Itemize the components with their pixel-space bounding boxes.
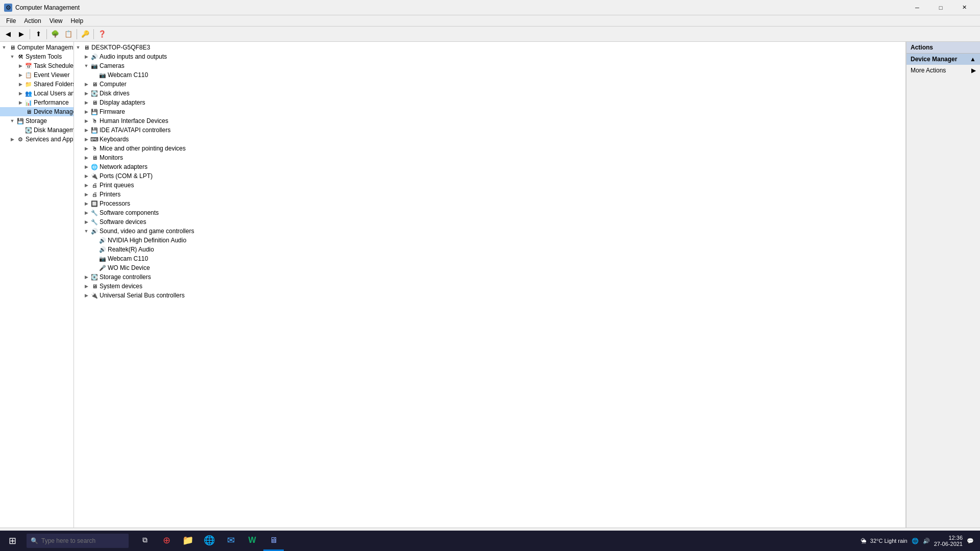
content-item-keyboards[interactable]: ▶ ⌨ Keyboards — [74, 135, 905, 144]
search-input[interactable] — [41, 537, 123, 544]
expand-icon: ▶ — [82, 89, 90, 97]
taskbar-time[interactable]: 12:36 27-06-2021 — [934, 535, 963, 547]
properties-button[interactable]: 🔑 — [79, 29, 91, 40]
sidebar-item-task-scheduler[interactable]: ▶ 📅 Task Scheduler — [0, 61, 74, 70]
actions-device-manager[interactable]: Device Manager ▲ — [906, 54, 980, 65]
maximize-button[interactable]: □ — [929, 0, 952, 15]
expand-icon — [90, 255, 99, 263]
content-item-display-adapters[interactable]: ▶ 🖥 Display adapters — [74, 98, 905, 107]
content-item-cameras: ▼ 📷 Cameras 📷 Webcam C110 — [74, 61, 905, 80]
close-button[interactable]: ✕ — [952, 0, 976, 15]
webcam-icon: 📷 — [99, 71, 107, 79]
shared-folders-icon: 📁 — [24, 80, 33, 88]
expand-icon: ▶ — [82, 53, 90, 61]
expand-icon: ▼ — [0, 43, 8, 52]
expand-icon: ▼ — [82, 227, 90, 235]
disk-management-icon: 💽 — [24, 126, 33, 134]
sidebar-item-computer-management[interactable]: ▼ 🖥 Computer Management (Local — [0, 43, 74, 52]
firmware-icon: 💾 — [90, 108, 99, 116]
device-manager-icon: 🖥 — [24, 108, 33, 116]
expand-icon: ▶ — [82, 218, 90, 226]
show-hide-console-tree[interactable]: 🌳 — [49, 29, 61, 40]
window-controls: ─ □ ✕ — [905, 0, 976, 15]
storage-controllers-icon: 💽 — [90, 273, 99, 281]
content-item-disk-drives[interactable]: ▶ 💽 Disk drives — [74, 89, 905, 98]
content-sound-row[interactable]: ▼ 🔊 Sound, video and game controllers — [74, 227, 905, 236]
minimize-button[interactable]: ─ — [905, 0, 929, 15]
sidebar-item-services[interactable]: ▶ ⚙ Services and Applications — [0, 135, 74, 144]
sidebar-item-performance[interactable]: ▶ 📊 Performance — [0, 98, 74, 107]
sidebar-item-local-users[interactable]: ▶ 👥 Local Users and Groups — [0, 89, 74, 98]
expand-icon: ▼ — [8, 117, 16, 125]
sidebar-item-device-manager[interactable]: 🖥 Device Manager — [0, 107, 74, 116]
content-item-ports[interactable]: ▶ 🔌 Ports (COM & LPT) — [74, 171, 905, 181]
sidebar-item-shared-folders[interactable]: ▶ 📁 Shared Folders — [0, 80, 74, 89]
expand-icon — [90, 264, 99, 272]
taskbar-app-files[interactable]: 📁 — [178, 531, 198, 551]
content-root-row[interactable]: ▼ 🖥 DESKTOP-G5QF8E3 — [74, 43, 905, 52]
sidebar-label: System Tools — [26, 53, 62, 60]
content-item-monitors[interactable]: ▶ 🖥 Monitors — [74, 153, 905, 162]
content-item-ide[interactable]: ▶ 💾 IDE ATA/ATAPI controllers — [74, 126, 905, 135]
realtek-audio-icon: 🔊 — [99, 245, 107, 254]
back-button[interactable]: ◀ — [2, 29, 14, 40]
menu-view[interactable]: View — [45, 16, 67, 26]
title-bar: ⚙ Computer Management ─ □ ✕ — [0, 0, 980, 15]
monitors-icon: 🖥 — [90, 154, 99, 162]
taskbar-app-word[interactable]: W — [242, 531, 262, 551]
content-item-wo-mic[interactable]: 🎤 WO Mic Device — [74, 263, 905, 272]
content-item-mice[interactable]: ▶ 🖱 Mice and other pointing devices — [74, 144, 905, 153]
content-item-webcam-c110-sound[interactable]: 📷 Webcam C110 — [74, 254, 905, 263]
content-item-software-devices[interactable]: ▶ 🔧 Software devices — [74, 217, 905, 227]
content-item-system-devices[interactable]: ▶ 🖥 System devices — [74, 282, 905, 291]
menu-action[interactable]: Action — [20, 16, 45, 26]
content-item-firmware[interactable]: ▶ 💾 Firmware — [74, 107, 905, 116]
storage-icon: 💾 — [16, 117, 24, 125]
forward-button[interactable]: ▶ — [15, 29, 28, 40]
taskbar-app-cm[interactable]: 🖥 — [263, 531, 284, 551]
content-item-printers[interactable]: ▶ 🖨 Printers — [74, 190, 905, 199]
content-item-webcam-c110-camera[interactable]: 📷 Webcam C110 — [74, 70, 905, 80]
content-item-hid[interactable]: ▶ 🖱 Human Interface Devices — [74, 116, 905, 126]
content-item-computer[interactable]: ▶ 🖥 Computer — [74, 80, 905, 89]
content-area: ▼ 🖥 DESKTOP-G5QF8E3 ▶ 🔊 Audio inputs and… — [74, 42, 906, 528]
help-button[interactable]: ❓ — [96, 29, 108, 40]
content-item-audio[interactable]: ▶ 🔊 Audio inputs and outputs — [74, 52, 905, 61]
taskbar-app-chrome[interactable]: 🌐 — [199, 531, 219, 551]
expand-icon: ▶ — [82, 209, 90, 217]
actions-more[interactable]: More Actions ▶ — [906, 65, 980, 76]
sidebar-item-disk-management[interactable]: 💽 Disk Management — [0, 126, 74, 135]
display-adapters-icon: 🖥 — [90, 98, 99, 107]
expand-icon: ▶ — [82, 291, 90, 299]
content-item-network[interactable]: ▶ 🌐 Network adapters — [74, 162, 905, 171]
content-item-nvidia-audio[interactable]: 🔊 NVIDIA High Definition Audio — [74, 236, 905, 245]
desktop-icon: 🖥 — [82, 43, 90, 52]
taskbar-search-box[interactable]: 🔍 — [27, 534, 129, 548]
sidebar-item-event-viewer[interactable]: ▶ 📋 Event Viewer — [0, 70, 74, 80]
taskbar-app-media[interactable]: ⊕ — [156, 531, 177, 551]
start-button[interactable]: ⊞ — [0, 531, 24, 551]
event-viewer-icon: 📋 — [24, 71, 33, 79]
show-hide-action-pane[interactable]: 📋 — [62, 29, 75, 40]
task-view-button[interactable]: ⧉ — [135, 531, 155, 551]
content-item-usb[interactable]: ▶ 🔌 Universal Serial Bus controllers — [74, 291, 905, 300]
taskbar-app-mail[interactable]: ✉ — [220, 531, 241, 551]
content-item-storage-controllers[interactable]: ▶ 💽 Storage controllers — [74, 272, 905, 282]
content-item-software-components[interactable]: ▶ 🔧 Software components — [74, 208, 905, 217]
content-item-processors[interactable]: ▶ 🔲 Processors — [74, 199, 905, 208]
wo-mic-icon: 🎤 — [99, 264, 107, 272]
up-button[interactable]: ⬆ — [32, 29, 44, 40]
menu-help[interactable]: Help — [67, 16, 88, 26]
sidebar-item-storage[interactable]: ▼ 💾 Storage — [0, 116, 74, 126]
menu-file[interactable]: File — [2, 16, 20, 26]
expand-icon: ▶ — [82, 98, 90, 107]
audio-icon: 🔊 — [90, 53, 99, 61]
sidebar-item-system-tools[interactable]: ▼ 🛠 System Tools — [0, 52, 74, 61]
more-actions-label: More Actions — [911, 67, 946, 74]
content-cameras-row[interactable]: ▼ 📷 Cameras — [74, 61, 905, 70]
cameras-icon: 📷 — [90, 62, 99, 70]
content-item-print-queues[interactable]: ▶ 🖨 Print queues — [74, 181, 905, 190]
notification-icon[interactable]: 💬 — [967, 538, 974, 544]
content-item-realtek-audio[interactable]: 🔊 Realtek(R) Audio — [74, 245, 905, 254]
expand-icon: ▶ — [82, 181, 90, 189]
